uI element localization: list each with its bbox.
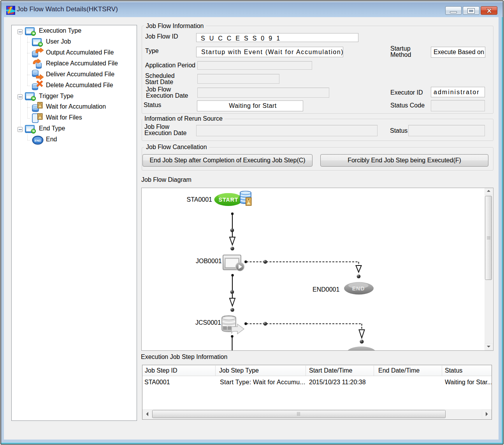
svg-text:END: END bbox=[352, 285, 365, 292]
svg-text:END0001: END0001 bbox=[313, 286, 339, 293]
svg-text:END: END bbox=[35, 139, 41, 142]
svg-text:START: START bbox=[219, 197, 239, 203]
svg-text:JCS0001: JCS0001 bbox=[195, 319, 221, 326]
svg-text:JOB0001: JOB0001 bbox=[196, 258, 222, 264]
svg-text:STA0001: STA0001 bbox=[186, 196, 212, 203]
